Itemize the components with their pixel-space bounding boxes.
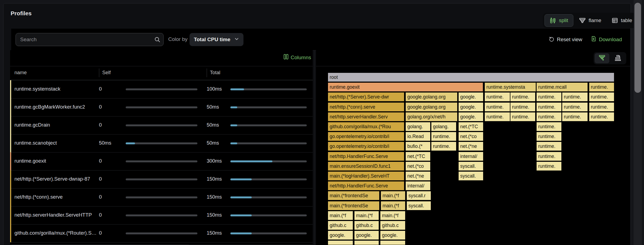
- flame-cell[interactable]: runtime.systemsta: [485, 83, 536, 91]
- flame-cell[interactable]: syscall.: [459, 162, 483, 171]
- flame-cell[interactable]: syscall.: [459, 172, 483, 180]
- flame-cell[interactable]: net.(*TC: [459, 122, 483, 131]
- flame-cell[interactable]: google.golang.org: [406, 92, 457, 101]
- flame-cell[interactable]: go.opentelemetry.io/contrib/i: [328, 142, 404, 151]
- flame-cell[interactable]: io.Read: [406, 132, 430, 141]
- table-row[interactable]: runtime.systemstack0100ms: [10, 80, 313, 98]
- flame-cell[interactable]: runtime.: [537, 132, 561, 141]
- flame-cell[interactable]: runtime.: [537, 92, 561, 101]
- flame-cell[interactable]: main.(*frontendSe: [328, 191, 379, 200]
- flame-cell[interactable]: golang.: [406, 122, 430, 131]
- flame-cell[interactable]: github.com/gorilla/mux.(*Rou: [328, 122, 404, 131]
- flame-cell[interactable]: net/http.HandlerFunc.Serve: [328, 152, 404, 161]
- flame-cell[interactable]: runtime.: [562, 103, 588, 111]
- color-by-select[interactable]: Total CPU time: [189, 33, 243, 46]
- flame-cell[interactable]: net/http.(*Server).Serve-dwr: [328, 92, 404, 101]
- flame-cell[interactable]: net.(*TC: [406, 152, 430, 161]
- split-divider[interactable]: [314, 50, 315, 245]
- flame-cell[interactable]: main.(*f: [381, 191, 405, 200]
- flame-cell[interactable]: [380, 241, 405, 245]
- flame-cell[interactable]: main.(*frontendSe: [328, 201, 379, 210]
- flame-cell[interactable]: github.c: [328, 221, 353, 230]
- flame-cell[interactable]: net.(*ne: [459, 142, 483, 151]
- flame-cell[interactable]: runtime.: [537, 152, 561, 161]
- flame-cell[interactable]: net.(*ne: [406, 172, 430, 180]
- flame-cell[interactable]: runtime.: [589, 112, 614, 121]
- reset-view-button[interactable]: Reset view: [549, 36, 582, 43]
- flame-cell[interactable]: internal/: [459, 152, 483, 161]
- column-header-name[interactable]: name: [14, 70, 27, 76]
- flame-cell[interactable]: net/http.(*conn).serve: [328, 103, 404, 111]
- flame-cell[interactable]: main.(*f: [380, 211, 405, 220]
- table-row[interactable]: net/http.serverHandler.ServeHTTP0150ms: [10, 206, 313, 225]
- flame-cell[interactable]: runtime.: [537, 142, 561, 151]
- flame-cell[interactable]: runtime.: [431, 132, 456, 141]
- flame-cell[interactable]: google.: [328, 231, 353, 240]
- flame-cell[interactable]: runtime.: [589, 83, 614, 91]
- flame-cell[interactable]: github.c: [354, 221, 379, 230]
- table-row[interactable]: runtime.goexit0300ms: [10, 152, 313, 171]
- flame-cell[interactable]: syscall.r: [407, 191, 431, 200]
- flame-cell[interactable]: google.: [459, 112, 483, 121]
- flame-cell[interactable]: google.: [459, 92, 483, 101]
- flame-cell-root[interactable]: root: [328, 73, 614, 82]
- table-row[interactable]: net/http.(*Server).Serve-dwrap-870150ms: [10, 170, 313, 189]
- view-toggle-table[interactable]: table: [607, 14, 637, 26]
- flame-cell[interactable]: [354, 241, 379, 245]
- column-header-total[interactable]: Total: [210, 70, 220, 76]
- flame-cell[interactable]: google.: [459, 103, 483, 111]
- flame-cell[interactable]: runtime.: [510, 112, 535, 121]
- flame-cell[interactable]: net.(*co: [459, 132, 483, 141]
- flame-cell[interactable]: main.ensureSessionID.func1: [328, 162, 404, 171]
- flame-cell[interactable]: golang.org/x/net/h: [406, 112, 457, 121]
- table-row[interactable]: runtime.gcDrain050ms: [10, 116, 313, 135]
- flame-cell[interactable]: net/http.serverHandler.Serv: [328, 112, 404, 121]
- page-scrollbar-thumb[interactable]: [634, 3, 641, 93]
- flame-cell[interactable]: runtime.: [589, 92, 614, 101]
- table-row[interactable]: net/http.(*conn).serve0150ms: [10, 188, 313, 207]
- flame-cell[interactable]: runtime.: [589, 103, 614, 111]
- flame-cell[interactable]: runtime.: [431, 142, 456, 151]
- sandwich-view-button[interactable]: [610, 53, 625, 63]
- flame-cell[interactable]: net/http.HandlerFunc.Serve: [328, 181, 404, 190]
- flame-cell[interactable]: [328, 241, 353, 245]
- flame-cell[interactable]: runtime.: [562, 92, 588, 101]
- flame-cell[interactable]: google.: [354, 231, 379, 240]
- columns-button[interactable]: Columns: [284, 54, 311, 61]
- flame-cell[interactable]: runtime.: [485, 103, 510, 111]
- flame-cell[interactable]: golang.: [431, 122, 456, 131]
- flame-cell[interactable]: bufio.(*: [406, 142, 430, 151]
- flame-cell[interactable]: main.(*f: [381, 201, 405, 210]
- flame-cell[interactable]: runtime.goexit: [328, 83, 483, 91]
- table-row[interactable]: github.com/gorilla/mux.(*Router).S…0150m…: [10, 224, 313, 243]
- flame-cell[interactable]: github.c: [380, 221, 405, 230]
- flame-cell[interactable]: google.: [380, 231, 405, 240]
- view-toggle-split[interactable]: split: [544, 14, 573, 27]
- flame-cell[interactable]: main.(*f: [354, 211, 379, 220]
- flame-cell[interactable]: go.opentelemetry.io/contrib/i: [328, 132, 404, 141]
- flame-cell[interactable]: main.(*f: [328, 211, 353, 220]
- flame-cell[interactable]: runtime.: [537, 103, 561, 111]
- flame-graph-down-button[interactable]: [595, 53, 609, 63]
- flame-cell[interactable]: runtime.mcall: [537, 83, 588, 91]
- flame-cell[interactable]: runtime.: [485, 112, 510, 121]
- flame-cell[interactable]: runtime.: [537, 112, 561, 121]
- search-input[interactable]: [16, 33, 164, 46]
- flame-cell[interactable]: runtime.: [562, 112, 588, 121]
- table-row[interactable]: runtime.scanobject50ms50ms: [10, 134, 313, 153]
- flame-cell[interactable]: google.golang.org: [406, 103, 457, 111]
- flame-cell[interactable]: main.(*logHandler).ServeHT: [328, 172, 404, 180]
- flame-cell[interactable]: internal/: [406, 181, 430, 190]
- flame-cell[interactable]: net.(*co: [406, 162, 430, 171]
- flame-cell[interactable]: runtime.: [485, 92, 510, 101]
- download-button[interactable]: Download: [591, 36, 622, 43]
- flame-cell[interactable]: runtime.: [537, 162, 561, 171]
- column-header-self[interactable]: Self: [102, 70, 111, 76]
- flame-cell[interactable]: runtime.: [510, 103, 535, 111]
- function-name: runtime.gcDrain: [14, 122, 96, 128]
- view-toggle-flame[interactable]: flame: [574, 14, 606, 26]
- flame-cell[interactable]: syscall.: [407, 201, 431, 210]
- flame-cell[interactable]: runtime.: [537, 122, 561, 131]
- table-row[interactable]: runtime.gcBgMarkWorker.func2050ms: [10, 98, 313, 116]
- flame-cell[interactable]: runtime.: [510, 92, 535, 101]
